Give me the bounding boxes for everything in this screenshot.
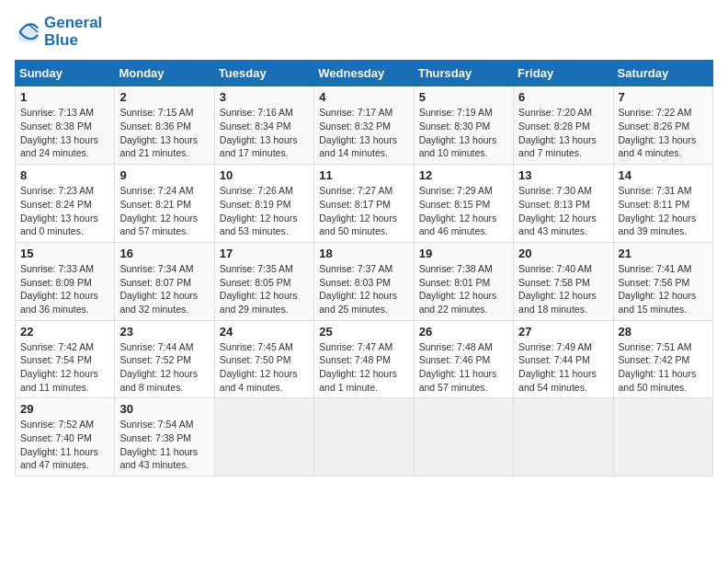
logo-text: General Blue xyxy=(44,15,102,49)
day-number-21: 21 xyxy=(619,247,708,260)
page-header: General Blue xyxy=(15,15,713,49)
calendar-table: Sunday Monday Tuesday Wednesday Thursday… xyxy=(15,60,713,477)
calendar-row-4: 22 Sunrise: 7:42 AM Sunset: 7:54 PM Dayl… xyxy=(16,320,713,398)
day-cell-16: 16 Sunrise: 7:34 AM Sunset: 8:07 PM Dayl… xyxy=(115,242,214,320)
day-number-3: 3 xyxy=(220,90,309,104)
col-tuesday: Tuesday xyxy=(214,61,313,86)
col-monday: Monday xyxy=(115,61,214,86)
calendar-body: 1 Sunrise: 7:13 AM Sunset: 8:38 PM Dayli… xyxy=(16,86,713,477)
day-cell-12: 12 Sunrise: 7:29 AM Sunset: 8:15 PM Dayl… xyxy=(414,165,513,243)
day-cell-22: 22 Sunrise: 7:42 AM Sunset: 7:54 PM Dayl… xyxy=(16,320,115,398)
day-info-24: Sunrise: 7:45 AM Sunset: 7:50 PM Dayligh… xyxy=(220,340,309,395)
day-info-6: Sunrise: 7:20 AM Sunset: 8:28 PM Dayligh… xyxy=(518,106,608,160)
day-cell-24: 24 Sunrise: 7:45 AM Sunset: 7:50 PM Dayl… xyxy=(214,320,313,398)
day-cell-30: 30 Sunrise: 7:54 AM Sunset: 7:38 PM Dayl… xyxy=(115,398,214,477)
day-number-8: 8 xyxy=(20,168,109,182)
day-cell-7: 7 Sunrise: 7:22 AM Sunset: 8:26 PM Dayli… xyxy=(613,86,712,165)
day-cell-4: 4 Sunrise: 7:17 AM Sunset: 8:32 PM Dayli… xyxy=(314,86,414,165)
day-cell-18: 18 Sunrise: 7:37 AM Sunset: 8:03 PM Dayl… xyxy=(314,242,414,320)
day-info-21: Sunrise: 7:41 AM Sunset: 7:56 PM Dayligh… xyxy=(619,262,708,316)
day-info-3: Sunrise: 7:16 AM Sunset: 8:34 PM Dayligh… xyxy=(220,106,309,160)
day-number-5: 5 xyxy=(419,90,508,104)
calendar-row-2: 8 Sunrise: 7:23 AM Sunset: 8:24 PM Dayli… xyxy=(16,165,713,243)
day-info-27: Sunrise: 7:49 AM Sunset: 7:44 PM Dayligh… xyxy=(518,340,608,395)
day-number-9: 9 xyxy=(119,168,209,182)
day-cell-3: 3 Sunrise: 7:16 AM Sunset: 8:34 PM Dayli… xyxy=(214,86,313,165)
day-info-25: Sunrise: 7:47 AM Sunset: 7:48 PM Dayligh… xyxy=(319,340,408,395)
empty-cell xyxy=(613,398,712,477)
day-number-11: 11 xyxy=(319,168,408,182)
day-cell-15: 15 Sunrise: 7:33 AM Sunset: 8:09 PM Dayl… xyxy=(16,242,115,320)
day-number-4: 4 xyxy=(319,90,408,104)
day-number-15: 15 xyxy=(20,247,109,260)
col-wednesday: Wednesday xyxy=(314,61,414,86)
day-cell-29: 29 Sunrise: 7:52 AM Sunset: 7:40 PM Dayl… xyxy=(16,398,115,477)
day-number-26: 26 xyxy=(419,325,508,339)
empty-cell xyxy=(314,398,414,477)
day-cell-21: 21 Sunrise: 7:41 AM Sunset: 7:56 PM Dayl… xyxy=(613,242,712,320)
day-number-16: 16 xyxy=(119,247,209,260)
day-cell-1: 1 Sunrise: 7:13 AM Sunset: 8:38 PM Dayli… xyxy=(16,86,115,165)
day-info-19: Sunrise: 7:38 AM Sunset: 8:01 PM Dayligh… xyxy=(419,262,508,316)
day-number-6: 6 xyxy=(518,90,608,104)
day-info-28: Sunrise: 7:51 AM Sunset: 7:42 PM Dayligh… xyxy=(619,340,708,395)
day-info-16: Sunrise: 7:34 AM Sunset: 8:07 PM Dayligh… xyxy=(119,262,209,316)
day-cell-28: 28 Sunrise: 7:51 AM Sunset: 7:42 PM Dayl… xyxy=(613,320,712,398)
calendar-row-5: 29 Sunrise: 7:52 AM Sunset: 7:40 PM Dayl… xyxy=(16,398,713,477)
logo: General Blue xyxy=(15,15,102,49)
day-number-17: 17 xyxy=(220,247,309,260)
day-cell-25: 25 Sunrise: 7:47 AM Sunset: 7:48 PM Dayl… xyxy=(314,320,414,398)
day-cell-6: 6 Sunrise: 7:20 AM Sunset: 8:28 PM Dayli… xyxy=(514,86,613,165)
day-cell-23: 23 Sunrise: 7:44 AM Sunset: 7:52 PM Dayl… xyxy=(115,320,214,398)
day-number-25: 25 xyxy=(319,325,408,339)
col-sunday: Sunday xyxy=(16,61,115,86)
day-info-12: Sunrise: 7:29 AM Sunset: 8:15 PM Dayligh… xyxy=(419,184,508,238)
day-info-13: Sunrise: 7:30 AM Sunset: 8:13 PM Dayligh… xyxy=(518,184,608,238)
day-info-26: Sunrise: 7:48 AM Sunset: 7:46 PM Dayligh… xyxy=(419,340,508,395)
day-number-2: 2 xyxy=(119,90,209,104)
day-number-28: 28 xyxy=(619,325,708,339)
day-number-29: 29 xyxy=(20,402,109,416)
day-info-22: Sunrise: 7:42 AM Sunset: 7:54 PM Dayligh… xyxy=(20,340,109,395)
empty-cell xyxy=(514,398,613,477)
col-friday: Friday xyxy=(514,61,613,86)
day-info-18: Sunrise: 7:37 AM Sunset: 8:03 PM Dayligh… xyxy=(319,262,408,316)
day-info-1: Sunrise: 7:13 AM Sunset: 8:38 PM Dayligh… xyxy=(20,106,109,160)
logo-icon xyxy=(15,19,40,45)
day-info-17: Sunrise: 7:35 AM Sunset: 8:05 PM Dayligh… xyxy=(220,262,309,316)
day-info-29: Sunrise: 7:52 AM Sunset: 7:40 PM Dayligh… xyxy=(20,418,109,472)
day-cell-11: 11 Sunrise: 7:27 AM Sunset: 8:17 PM Dayl… xyxy=(314,165,414,243)
day-cell-5: 5 Sunrise: 7:19 AM Sunset: 8:30 PM Dayli… xyxy=(414,86,513,165)
day-cell-17: 17 Sunrise: 7:35 AM Sunset: 8:05 PM Dayl… xyxy=(214,242,313,320)
col-saturday: Saturday xyxy=(613,61,712,86)
day-number-13: 13 xyxy=(518,168,608,182)
day-number-19: 19 xyxy=(419,247,508,260)
day-info-11: Sunrise: 7:27 AM Sunset: 8:17 PM Dayligh… xyxy=(319,184,408,238)
empty-cell xyxy=(414,398,513,477)
column-headers: Sunday Monday Tuesday Wednesday Thursday… xyxy=(16,61,713,86)
day-number-27: 27 xyxy=(518,325,608,339)
calendar-row-1: 1 Sunrise: 7:13 AM Sunset: 8:38 PM Dayli… xyxy=(16,86,713,165)
day-number-1: 1 xyxy=(20,90,109,104)
day-cell-8: 8 Sunrise: 7:23 AM Sunset: 8:24 PM Dayli… xyxy=(16,165,115,243)
calendar-row-3: 15 Sunrise: 7:33 AM Sunset: 8:09 PM Dayl… xyxy=(16,242,713,320)
day-number-10: 10 xyxy=(220,168,309,182)
day-cell-10: 10 Sunrise: 7:26 AM Sunset: 8:19 PM Dayl… xyxy=(214,165,313,243)
day-info-14: Sunrise: 7:31 AM Sunset: 8:11 PM Dayligh… xyxy=(619,184,708,238)
day-number-22: 22 xyxy=(20,325,109,339)
day-number-24: 24 xyxy=(220,325,309,339)
day-info-10: Sunrise: 7:26 AM Sunset: 8:19 PM Dayligh… xyxy=(220,184,309,238)
day-info-4: Sunrise: 7:17 AM Sunset: 8:32 PM Dayligh… xyxy=(319,106,408,160)
day-cell-20: 20 Sunrise: 7:40 AM Sunset: 7:58 PM Dayl… xyxy=(514,242,613,320)
day-number-20: 20 xyxy=(518,247,608,260)
day-info-20: Sunrise: 7:40 AM Sunset: 7:58 PM Dayligh… xyxy=(518,262,608,316)
day-cell-9: 9 Sunrise: 7:24 AM Sunset: 8:21 PM Dayli… xyxy=(115,165,214,243)
day-cell-2: 2 Sunrise: 7:15 AM Sunset: 8:36 PM Dayli… xyxy=(115,86,214,165)
empty-cell xyxy=(214,398,313,477)
day-cell-19: 19 Sunrise: 7:38 AM Sunset: 8:01 PM Dayl… xyxy=(414,242,513,320)
day-number-7: 7 xyxy=(619,90,708,104)
day-info-23: Sunrise: 7:44 AM Sunset: 7:52 PM Dayligh… xyxy=(119,340,209,395)
day-number-30: 30 xyxy=(119,402,209,416)
col-thursday: Thursday xyxy=(414,61,513,86)
day-cell-13: 13 Sunrise: 7:30 AM Sunset: 8:13 PM Dayl… xyxy=(514,165,613,243)
